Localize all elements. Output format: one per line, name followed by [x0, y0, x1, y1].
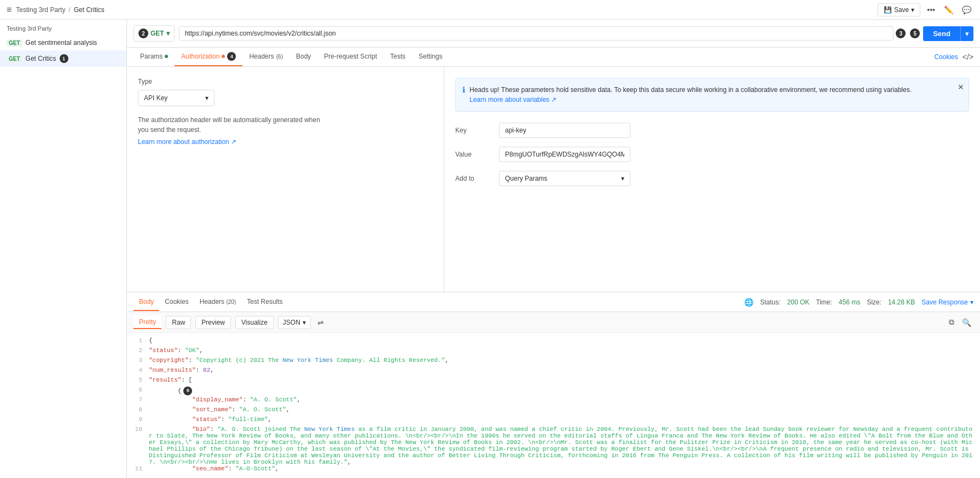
response-tab-headers[interactable]: Headers (20)	[194, 293, 242, 311]
save-label: Save	[894, 6, 909, 14]
auth-description: The authorization header will be automat…	[138, 115, 433, 147]
format-btn-pretty[interactable]: Pretty	[134, 316, 161, 329]
hamburger-icon[interactable]: ≡	[7, 5, 11, 15]
send-group: 5 Send ▾	[910, 26, 973, 41]
line-6-badge: 6	[183, 387, 192, 395]
send-dropdown-button[interactable]: ▾	[960, 26, 973, 41]
top-bar-left: ≡ Testing 3rd Party / Get Critics	[7, 5, 105, 15]
format-btn-raw[interactable]: Raw	[166, 316, 191, 329]
url-badge: 3	[896, 28, 906, 38]
alert-close-button[interactable]: ✕	[958, 83, 964, 91]
code-line-5: 5 "results": [	[127, 377, 980, 387]
comment-icon-button[interactable]: 💬	[960, 3, 973, 16]
code-icon[interactable]: </>	[962, 53, 973, 61]
tab-settings-label: Settings	[419, 53, 442, 60]
breadcrumb-current: Get Critics	[74, 6, 105, 14]
wrap-button[interactable]: ⇌	[315, 316, 326, 329]
json-dropdown-icon: ▾	[303, 319, 306, 326]
search-button[interactable]: 🔍	[960, 316, 973, 329]
url-input[interactable]	[179, 26, 894, 41]
size-label: Size:	[867, 298, 882, 306]
alert-box: ℹ Heads up! These parameters hold sensit…	[455, 78, 969, 112]
time-value: 456 ms	[839, 298, 860, 306]
api-key-label: API Key	[144, 94, 167, 102]
response-tab-cookies[interactable]: Cookies	[159, 293, 194, 311]
tab-prerequest[interactable]: Pre-request Script	[317, 48, 384, 66]
code-line-3: 3 "copyright": "Copyright (c) 2021 The N…	[127, 357, 980, 367]
tab-body-label: Body	[296, 53, 311, 60]
sidebar-item-label-critics: Get Critics	[26, 55, 56, 62]
tab-body[interactable]: Body	[289, 48, 317, 66]
format-btn-visualize[interactable]: Visualize	[235, 316, 274, 329]
authorization-dot	[222, 55, 225, 58]
sidebar-item-critics[interactable]: GET Get Critics 1	[0, 50, 126, 67]
tabs-right: Cookies </>	[934, 53, 973, 61]
save-button[interactable]: 💾 Save ▾	[878, 3, 920, 16]
tab-authorization[interactable]: Authorization 4	[175, 48, 242, 66]
format-right: ⧉ 🔍	[947, 315, 973, 329]
value-field-row: Value	[455, 147, 969, 162]
tab-params[interactable]: Params	[134, 48, 175, 66]
size-value: 14.28 KB	[888, 298, 915, 306]
send-button[interactable]: Send	[923, 26, 960, 41]
code-line-10: 10 "bio": "A. O. Scott joined The New Yo…	[127, 426, 980, 465]
tab-prerequest-label: Pre-request Script	[324, 53, 377, 60]
auth-right-panel: ℹ Heads up! These parameters hold sensit…	[444, 67, 980, 292]
content-area: 2 GET ▾ 3 5 Send ▾ Params Authorization …	[127, 20, 980, 478]
tab-tests-label: Tests	[390, 53, 405, 60]
learn-more-auth-link[interactable]: Learn more about authorization ↗	[138, 137, 433, 147]
value-input[interactable]	[499, 147, 630, 162]
method-label: GET	[150, 30, 164, 37]
response-tab-body[interactable]: Body	[134, 293, 159, 311]
sidebar-item-sentimental[interactable]: GET Get sentimental analysis	[0, 35, 126, 50]
response-tabs-bar: Body Cookies Headers (20) Test Results 🌐…	[127, 292, 980, 312]
cookies-link[interactable]: Cookies	[934, 53, 958, 61]
save-dropdown-icon: ▾	[911, 6, 914, 14]
response-area: Body Cookies Headers (20) Test Results 🌐…	[127, 292, 980, 478]
key-field-row: Key	[455, 123, 969, 138]
addto-dropdown[interactable]: Query Params ▾	[499, 171, 630, 186]
code-line-9: 9 "status": "full-time",	[127, 416, 980, 426]
sidebar-group-title: Testing 3rd Party	[0, 20, 126, 35]
params-dot	[165, 55, 168, 58]
json-format-label: JSON	[283, 319, 300, 326]
code-line-4: 4 "num_results": 82,	[127, 367, 980, 377]
json-format-selector[interactable]: JSON ▾	[278, 316, 311, 329]
more-options-button[interactable]: •••	[925, 3, 937, 16]
method-badge-get: GET	[7, 39, 22, 47]
format-btn-preview[interactable]: Preview	[195, 316, 231, 329]
alert-learn-more-link[interactable]: Learn more about variables ↗	[469, 96, 556, 103]
method-selector[interactable]: 2 GET ▾	[134, 25, 175, 42]
save-response-dropdown-icon: ▾	[970, 298, 973, 306]
copy-button[interactable]: ⧉	[947, 315, 956, 329]
authorization-number: 4	[227, 52, 236, 61]
api-key-selector[interactable]: API Key ▾	[138, 90, 214, 106]
alert-text: Heads up! These parameters hold sensitiv…	[469, 85, 962, 105]
save-icon: 💾	[884, 6, 892, 14]
send-number-badge: 5	[910, 28, 920, 38]
tab-tests[interactable]: Tests	[384, 48, 412, 66]
breadcrumb-separator: /	[68, 6, 70, 14]
api-key-dropdown-icon: ▾	[205, 94, 208, 102]
tab-settings[interactable]: Settings	[412, 48, 449, 66]
addto-dropdown-icon: ▾	[621, 175, 624, 182]
top-bar-right: 💾 Save ▾ ••• ✏️ 💬	[878, 3, 973, 16]
edit-icon-button[interactable]: ✏️	[942, 3, 955, 16]
top-bar: ≡ Testing 3rd Party / Get Critics 💾 Save…	[0, 0, 980, 20]
method-badge-get-critics: GET	[7, 55, 22, 62]
tab-headers[interactable]: Headers (6)	[242, 48, 289, 66]
code-line-7: 7 "display_name": "A. O. Scott",	[127, 396, 980, 406]
addto-label: Add to	[455, 175, 499, 182]
tab-params-label: Params	[140, 53, 163, 60]
format-bar: Pretty Raw Preview Visualize JSON ▾ ⇌ ⧉ …	[127, 312, 980, 333]
key-input[interactable]	[499, 123, 630, 138]
sidebar-item-number: 1	[60, 54, 68, 63]
code-line-11: 11 "seo_name": "A-O-Scott",	[127, 465, 980, 475]
response-tab-test-results[interactable]: Test Results	[241, 293, 288, 311]
headers-count: (6)	[276, 54, 283, 60]
code-line-6: 6 {6	[127, 387, 980, 396]
breadcrumb-parent[interactable]: Testing 3rd Party	[16, 6, 65, 14]
save-response-button[interactable]: Save Response ▾	[921, 298, 973, 306]
globe-icon: 🌐	[744, 298, 753, 307]
method-number-badge: 2	[138, 28, 148, 38]
